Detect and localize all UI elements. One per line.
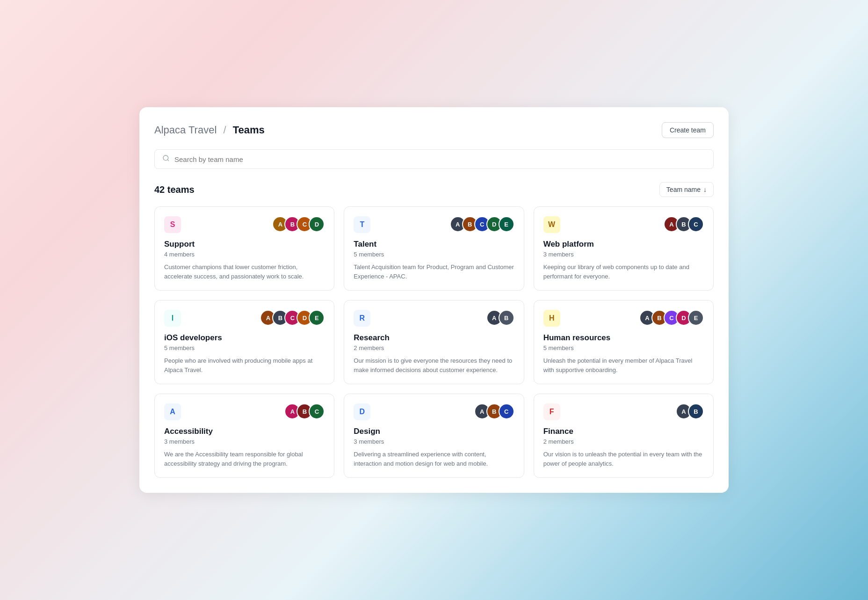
team-description: Delivering a streamlined experience with… [354,450,514,468]
avatar: C [309,403,325,419]
sort-arrow-icon: ↓ [703,186,707,193]
team-description: Talent Acquisition team for Product, Pro… [354,263,514,281]
team-card-header: A A B C [164,403,325,420]
team-card-finance[interactable]: F A B Finance 2 members Our vision is to… [534,394,714,478]
team-card-header: H A B C D E [543,310,704,327]
avatar: C [688,216,704,232]
team-initial: S [164,216,181,233]
team-members-count: 3 members [543,251,704,258]
page-header: Alpaca Travel / Teams Create team [154,122,714,138]
team-name: Accessibility [164,427,325,436]
team-members-count: 2 members [543,438,704,445]
team-initial: F [543,403,560,420]
team-card-accessibility[interactable]: A A B C Accessibility 3 members We are t… [154,394,334,478]
team-card-ios-developers[interactable]: I A B C D E iOS developers 5 members Peo… [154,300,334,384]
team-card-talent[interactable]: T A B C D E Talent 5 members Talent Acqu… [344,206,524,291]
svg-line-1 [167,160,169,161]
team-avatars: A B C D E [639,310,704,326]
team-avatars: A B [486,310,514,326]
avatar: B [499,310,514,326]
search-bar [154,149,714,169]
team-card-header: F A B [543,403,704,420]
team-card-header: I A B C D E [164,310,325,327]
team-description: Our vision is to unleash the potential i… [543,450,704,468]
avatar: E [309,310,325,326]
team-members-count: 3 members [354,438,514,445]
breadcrumb: Alpaca Travel / Teams [154,124,265,136]
breadcrumb-separator: / [223,124,226,136]
avatar: D [309,216,325,232]
team-avatars: A B C D [272,216,325,232]
team-card-header: T A B C D E [354,216,514,233]
sort-button[interactable]: Team name ↓ [659,182,714,197]
team-name: Web platform [543,240,704,249]
team-name: iOS developers [164,333,325,343]
team-initial: T [354,216,370,233]
avatar: B [688,403,704,419]
team-members-count: 4 members [164,251,325,258]
team-description: Unleash the potential in every member of… [543,356,704,374]
team-avatars: A B C D E [450,216,514,232]
team-description: Customer champions that lower customer f… [164,263,325,281]
team-initial: D [354,403,370,420]
teams-count-bar: 42 teams Team name ↓ [154,182,714,197]
team-name: Human resources [543,333,704,343]
team-avatars: A B C [474,403,514,419]
team-card-design[interactable]: D A B C Design 3 members Delivering a st… [344,394,524,478]
teams-grid: S A B C D Support 4 members Customer cha… [154,206,714,478]
team-initial: W [543,216,560,233]
team-name: Research [354,333,514,343]
svg-point-0 [163,155,168,161]
main-container: Alpaca Travel / Teams Create team 42 tea… [139,107,729,493]
team-name: Finance [543,427,704,436]
team-card-header: R A B [354,310,514,327]
org-name: Alpaca Travel [154,124,217,136]
team-members-count: 3 members [164,438,325,445]
team-card-header: W A B C [543,216,704,233]
teams-count-label: 42 teams [154,184,195,195]
team-avatars: A B C D E [260,310,325,326]
team-initial: I [164,310,181,327]
page-name: Teams [233,124,265,136]
team-name: Design [354,427,514,436]
team-description: We are the Accessibility team responsibl… [164,450,325,468]
team-avatars: A B C [664,216,704,232]
team-initial: H [543,310,560,327]
team-description: Our mission is to give everyone the reso… [354,356,514,374]
team-avatars: A B [676,403,704,419]
team-card-web-platform[interactable]: W A B C Web platform 3 members Keeping o… [534,206,714,291]
team-card-header: D A B C [354,403,514,420]
team-card-research[interactable]: R A B Research 2 members Our mission is … [344,300,524,384]
team-members-count: 2 members [354,344,514,351]
team-avatars: A B C [284,403,325,419]
search-icon [162,154,170,164]
avatar: E [499,216,514,232]
team-name: Support [164,240,325,249]
team-description: People who are involved with producing m… [164,356,325,374]
team-members-count: 5 members [543,344,704,351]
team-card-support[interactable]: S A B C D Support 4 members Customer cha… [154,206,334,291]
team-card-header: S A B C D [164,216,325,233]
team-card-human-resources[interactable]: H A B C D E Human resources 5 members Un… [534,300,714,384]
team-initial: R [354,310,370,327]
sort-label: Team name [666,186,701,193]
team-name: Talent [354,240,514,249]
search-input[interactable] [174,155,706,163]
team-initial: A [164,403,181,420]
team-members-count: 5 members [164,344,325,351]
avatar: C [499,403,514,419]
avatar: E [688,310,704,326]
create-team-button[interactable]: Create team [662,122,714,138]
team-members-count: 5 members [354,251,514,258]
team-description: Keeping our library of web components up… [543,263,704,281]
